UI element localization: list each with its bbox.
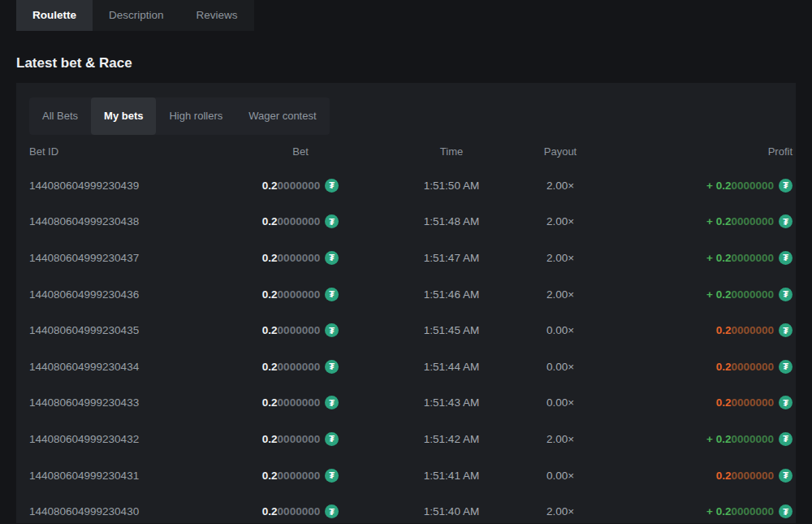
tether-icon: ₮ <box>325 505 339 518</box>
bet-payout: 2.00× <box>505 252 615 264</box>
bet-id[interactable]: 144080604999230430 <box>29 505 203 518</box>
tether-icon: ₮ <box>325 432 339 446</box>
table-row: 144080604999230438 0.20000000 ₮ 1:51:48 … <box>29 204 793 240</box>
profit-significant: 0.2 <box>716 396 732 409</box>
filter-tab-high-rollers[interactable]: High rollers <box>156 97 235 135</box>
header-time: Time <box>398 145 505 158</box>
bet-amount-significant: 0.2 <box>262 433 278 445</box>
table-row: 144080604999230439 0.20000000 ₮ 1:51:50 … <box>29 167 793 204</box>
filter-tab-all-bets[interactable]: All Bets <box>29 97 91 135</box>
bet-time: 1:51:47 AM <box>398 252 505 264</box>
tether-icon: ₮ <box>779 360 793 374</box>
bet-profit: 0.20000000 ₮ <box>615 360 793 374</box>
bet-id[interactable]: 144080604999230435 <box>29 324 203 336</box>
table-row: 144080604999230435 0.20000000 ₮ 1:51:45 … <box>29 312 793 349</box>
profit-significant: 0.2 <box>716 324 732 336</box>
tether-icon: ₮ <box>325 469 339 483</box>
bet-profit: + 0.20000000 ₮ <box>615 288 793 301</box>
bet-amount-significant: 0.2 <box>262 288 278 301</box>
bet-amount: 0.20000000 ₮ <box>203 396 398 409</box>
bet-id[interactable]: 144080604999230437 <box>29 252 203 264</box>
bet-id[interactable]: 144080604999230434 <box>29 361 203 373</box>
tab-reviews[interactable]: Reviews <box>180 0 254 31</box>
section-title: Latest bet & Race <box>16 55 812 71</box>
table-row: 144080604999230437 0.20000000 ₮ 1:51:47 … <box>29 240 793 276</box>
header-profit: Profit <box>615 145 793 158</box>
bet-amount-significant: 0.2 <box>262 324 278 336</box>
profit-significant: + 0.2 <box>706 180 731 192</box>
tether-icon: ₮ <box>325 288 339 301</box>
bet-amount-zeros: 0000000 <box>278 324 321 336</box>
tab-roulette[interactable]: Roulette <box>16 0 93 31</box>
bet-amount-zeros: 0000000 <box>278 252 321 264</box>
bet-payout: 0.00× <box>505 396 615 409</box>
bet-payout: 0.00× <box>505 324 615 336</box>
bet-payout: 2.00× <box>505 288 615 301</box>
filter-tab-my-bets[interactable]: My bets <box>91 97 156 135</box>
bet-amount-significant: 0.2 <box>262 215 278 227</box>
bet-amount-significant: 0.2 <box>262 252 278 264</box>
bet-filter-tabs: All Bets My bets High rollers Wager cont… <box>29 97 330 135</box>
tether-icon: ₮ <box>779 396 793 409</box>
bet-amount-significant: 0.2 <box>262 361 278 373</box>
bet-payout: 2.00× <box>505 505 615 518</box>
tether-icon: ₮ <box>779 323 793 337</box>
filter-tab-wager-contest[interactable]: Wager contest <box>235 97 329 135</box>
table-row: 144080604999230433 0.20000000 ₮ 1:51:43 … <box>29 385 793 422</box>
bet-id[interactable]: 144080604999230433 <box>29 396 203 409</box>
bet-id[interactable]: 144080604999230431 <box>29 470 203 482</box>
bet-amount-significant: 0.2 <box>262 505 278 518</box>
bet-time: 1:51:41 AM <box>398 470 505 482</box>
profit-zeros: 0000000 <box>731 433 774 445</box>
latest-bets-panel: All Bets My bets High rollers Wager cont… <box>16 83 796 523</box>
bet-id[interactable]: 144080604999230432 <box>29 433 203 445</box>
profit-zeros: 0000000 <box>731 505 774 518</box>
bet-amount-zeros: 0000000 <box>278 180 321 192</box>
tab-description[interactable]: Description <box>93 0 180 31</box>
table-row: 144080604999230436 0.20000000 ₮ 1:51:46 … <box>29 276 793 313</box>
bet-amount: 0.20000000 ₮ <box>203 323 398 337</box>
tether-icon: ₮ <box>325 179 339 193</box>
table-body: 144080604999230439 0.20000000 ₮ 1:51:50 … <box>29 167 793 524</box>
tether-icon: ₮ <box>325 251 339 265</box>
bet-id[interactable]: 144080604999230438 <box>29 215 203 227</box>
bet-profit: + 0.20000000 ₮ <box>615 505 793 518</box>
table-header-row: Bet ID Bet Time Payout Profit <box>29 135 793 167</box>
bet-id[interactable]: 144080604999230436 <box>29 288 203 301</box>
bet-payout: 0.00× <box>505 361 615 373</box>
bet-time: 1:51:48 AM <box>398 215 505 227</box>
tether-icon: ₮ <box>779 251 793 265</box>
tether-icon: ₮ <box>779 505 793 518</box>
bet-profit: 0.20000000 ₮ <box>615 323 793 337</box>
bet-id[interactable]: 144080604999230439 <box>29 180 203 192</box>
tether-icon: ₮ <box>325 214 339 228</box>
bet-time: 1:51:40 AM <box>398 505 505 518</box>
table-row: 144080604999230434 0.20000000 ₮ 1:51:44 … <box>29 349 793 385</box>
bet-time: 1:51:45 AM <box>398 324 505 336</box>
bet-amount-significant: 0.2 <box>262 396 278 409</box>
bet-amount-zeros: 0000000 <box>278 505 321 518</box>
header-payout: Payout <box>505 145 615 158</box>
bet-amount: 0.20000000 ₮ <box>203 251 398 265</box>
bet-payout: 0.00× <box>505 470 615 482</box>
bet-amount-significant: 0.2 <box>262 180 278 192</box>
profit-zeros: 0000000 <box>731 470 774 482</box>
bet-profit: + 0.20000000 ₮ <box>615 179 793 193</box>
bet-amount-zeros: 0000000 <box>278 288 321 301</box>
tether-icon: ₮ <box>325 323 339 337</box>
bet-profit: + 0.20000000 ₮ <box>615 214 793 228</box>
tether-icon: ₮ <box>779 288 793 301</box>
tether-icon: ₮ <box>325 360 339 374</box>
profit-zeros: 0000000 <box>731 180 774 192</box>
profit-significant: 0.2 <box>716 470 732 482</box>
profit-zeros: 0000000 <box>731 396 774 409</box>
profit-zeros: 0000000 <box>731 288 774 301</box>
profit-zeros: 0000000 <box>731 324 774 336</box>
profit-zeros: 0000000 <box>731 215 774 227</box>
bet-profit: + 0.20000000 ₮ <box>615 251 793 265</box>
bet-payout: 2.00× <box>505 180 615 192</box>
table-row: 144080604999230432 0.20000000 ₮ 1:51:42 … <box>29 421 793 457</box>
bet-time: 1:51:50 AM <box>398 180 505 192</box>
bet-amount: 0.20000000 ₮ <box>203 432 398 446</box>
bet-payout: 2.00× <box>505 215 615 227</box>
